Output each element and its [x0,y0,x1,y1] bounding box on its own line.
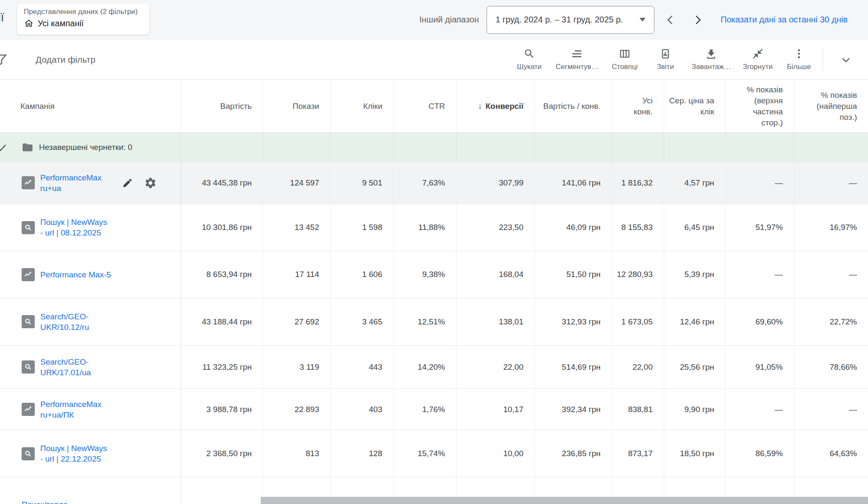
cell-impr-abs-top: 64,63% [794,430,868,477]
cell-clicks: 128 [331,430,394,477]
cell-all-conv: 1 673,05 [612,298,664,345]
cell-cost-per-conv: 46,09 грн [535,204,612,251]
table-row[interactable]: Пошук | NewWays - url | 08.12.2025 10 30… [0,204,868,251]
download-tool-button[interactable]: Завантаж… [686,48,737,71]
horizontal-scrollbar[interactable] [261,497,868,504]
column-header-cost[interactable]: Вартість [181,80,263,133]
campaign-name-link[interactable]: PerformanceMax ru+ua [40,172,111,194]
search-campaign-icon [22,360,35,374]
campaign-name-link[interactable]: Performance Max-5 [40,269,111,280]
check-icon [0,141,8,153]
cell-impr-abs-top: — [794,251,868,298]
cell-impr-top: — [726,162,794,204]
reports-icon [659,48,671,60]
table-row[interactable]: Search/GEO-URK/17.01/ua 11 323,25 грн 3 … [0,346,868,389]
google-ads-campaigns-page: ії Представлення даних (2 фільтри) Усі к… [0,0,868,504]
more-tool-button[interactable]: Більше [779,48,819,71]
cell-clicks: 1 606 [331,251,394,298]
column-header-conversions[interactable]: ↓ Конверсії [456,80,535,133]
column-header-all-conv[interactable]: Усі конв. [612,80,664,133]
search-campaign-icon [22,221,35,234]
column-header-impr-top[interactable]: % показів (верхня частина стор.) [726,80,794,133]
columns-icon [619,48,631,60]
column-header-campaign[interactable]: Кампанія [0,80,181,133]
cell-impr-top: 86,59% [726,430,794,477]
campaign-name-link[interactable]: Поиск/тепла [22,499,68,504]
campaign-name-link[interactable]: Search/GEO-UKR/10.12/ru [40,311,111,332]
folder-icon [22,141,33,153]
filter-funnel-icon [0,52,8,66]
show-last-30-days-link[interactable]: Показати дані за останні 30 днів [721,15,848,25]
cell-impressions: 13 452 [263,204,331,251]
table-row[interactable]: Search/GEO-UKR/10.12/ru 43 188,44 грн 27… [0,298,868,346]
column-header-ctr[interactable]: CTR [394,80,456,133]
settings-gear-icon[interactable] [144,177,157,189]
cell-avg-cpc: 9,90 грн [664,389,726,430]
cell-conversions: 10,00 [456,430,535,477]
cell-cost-per-conv: 312,93 грн [535,298,612,345]
cell-impr-top: 51,97% [726,204,794,251]
cell-conversions: 223,50 [456,204,535,251]
column-header-cost-per-conv[interactable]: Вартість / конв. [535,80,612,133]
cell-conversions: 138,01 [456,298,535,345]
cell-impressions: 3 119 [263,346,331,388]
column-header-impressions[interactable]: Покази [263,80,331,133]
column-header-impr-abs-top[interactable]: % показів (найперша поз.) [794,80,868,133]
date-range-select[interactable]: 1 груд. 2024 р. – 31 груд. 2025 р. [487,6,654,34]
table-row[interactable]: Performance Max-5 8 653,94 грн 17 114 1 … [0,251,868,298]
cell-impr-abs-top: 16,97% [794,204,868,251]
collapse-toolbar-button[interactable] [829,39,863,80]
campaign-name-link[interactable]: PerformanceMax ru+ua/ПК [40,399,111,420]
search-tool-button[interactable]: Шукати [509,48,550,71]
cell-ctr: 9,38% [394,251,456,298]
segment-icon [571,48,583,60]
reports-tool-button[interactable]: Звіти [645,48,686,71]
columns-tool-button[interactable]: Стовпці [604,48,645,71]
collapse-tool-button[interactable]: Згорнути [737,48,779,71]
cell-avg-cpc: 12,46 грн [664,298,726,345]
cell-impressions: 27 692 [263,298,331,345]
campaign-name-link[interactable]: Пошук | NewWays - url | 08.12.2025 [40,217,111,238]
cell-conversions: 22,00 [456,346,535,388]
add-filter-button[interactable]: Додати фільтр [36,39,95,80]
data-view-card[interactable]: Представлення даних (2 фільтри) Усі камп… [17,3,149,35]
collapse-icon [752,48,764,60]
cell-ctr: 15,74% [394,430,456,477]
search-campaign-icon [22,447,35,460]
cell-impressions: 22 893 [263,389,331,430]
campaign-name-link[interactable]: Search/GEO-URK/17.01/ua [40,357,111,378]
drafts-label: Незавершені чернетки: 0 [39,143,132,152]
table-row[interactable]: PerformanceMax ru+ua 43 445,38 грн 124 5… [0,162,868,204]
table-header: Кампанія Вартість Покази Кліки CTR ↓ Кон… [0,80,868,133]
column-header-avg-cpc[interactable]: Сер. ціна за клік [664,80,726,133]
campaign-name-link[interactable]: Пошук | NewWays - url | 22.12.2025 [40,443,111,464]
drafts-summary-row[interactable]: Незавершені чернетки: 0 [0,133,868,162]
cell-avg-cpc: 6,45 грн [664,204,726,251]
cell-clicks: 403 [331,389,394,430]
table-row[interactable]: Пошук | NewWays - url | 22.12.2025 2 368… [0,430,868,477]
cell-ctr: 12,51% [394,298,456,345]
cell-impr-abs-top: — [794,389,868,430]
cell-clicks: 9 501 [331,162,394,204]
previous-period-button[interactable] [657,6,684,33]
table-row[interactable]: PerformanceMax ru+ua/ПК 3 988,78 грн 22 … [0,389,868,430]
cell-clicks: 3 465 [331,298,394,345]
cell-impr-top: — [726,251,794,298]
edit-pencil-icon[interactable] [122,177,133,188]
cell-all-conv: 8 155,83 [612,204,664,251]
table-body: Незавершені чернетки: 0 PerformanceMax r… [0,133,868,504]
segment-tool-button[interactable]: Сегментув… [550,48,604,71]
cell-avg-cpc: 25,56 грн [664,346,726,388]
cell-impr-top: 91,05% [726,346,794,388]
cell-all-conv: 22,00 [612,346,664,388]
column-header-clicks[interactable]: Кліки [331,80,394,133]
cell-cost-per-conv: 392,34 грн [535,389,612,430]
cell-cost-per-conv: 51,50 грн [535,251,612,298]
cell-cost [181,477,263,504]
pmax-campaign-icon [22,176,35,189]
chevron-down-icon [839,53,853,66]
cell-cost-per-conv: 514,69 грн [535,346,612,388]
next-period-button[interactable] [684,6,711,33]
cell-conversions: 168,04 [456,251,535,298]
toolbar-tools: Шукати Сегментув… Стовпці Звіти [509,39,863,80]
